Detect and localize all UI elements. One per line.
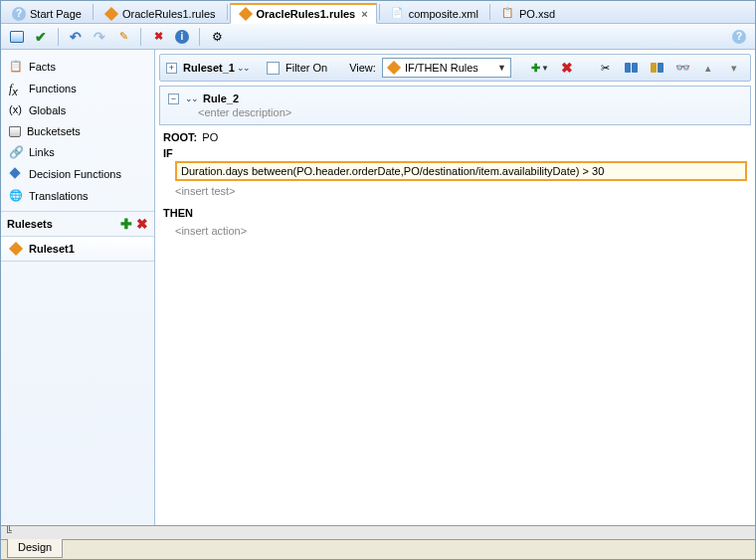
translations-icon: 🌐 (9, 189, 23, 203)
insert-action[interactable]: <insert action> (175, 225, 747, 237)
diamond-icon (239, 7, 253, 21)
validate-button[interactable]: ✔ (31, 27, 51, 47)
tab-composite-xml[interactable]: 📄 composite.xml (382, 3, 487, 24)
add-rule-button[interactable]: ✚ ▼ (531, 62, 549, 75)
xml-icon: 📄 (391, 7, 405, 21)
help-icon: ? (12, 7, 26, 21)
tab-separator (227, 4, 228, 20)
view-select[interactable]: IF/THEN Rules ▼ (382, 58, 511, 78)
condition-row[interactable]: Duration.days between(PO.header.orderDat… (175, 161, 747, 181)
sidebar-item-label: Functions (29, 83, 77, 94)
copy-icon (625, 63, 638, 73)
diamond-icon (9, 242, 23, 256)
rulesets-header: Rulesets ✚ ✖ (1, 211, 154, 236)
undo-icon: ↶ (70, 29, 82, 45)
sidebar: 📋 Facts fx Functions (x) Globals Buckets… (1, 50, 155, 525)
sidebar-item-label: Translations (29, 190, 89, 202)
bottom-tabs: Design (1, 539, 755, 559)
tab-label: OracleRules1.rules (122, 8, 216, 20)
info-button[interactable]: i (172, 27, 192, 47)
dictionary-button[interactable] (7, 27, 27, 47)
link-icon: 🔗 (9, 145, 23, 159)
sidebar-item-label: Decision Functions (29, 168, 121, 180)
sidebar-item-globals[interactable]: (x) Globals (1, 99, 154, 121)
main-toolbar: ✔ ↶ ↷ ✎ ✖ i ⚙ ? (1, 24, 755, 50)
tab-oraclerules1-active[interactable]: OracleRules1.rules × (230, 3, 377, 24)
toolbar-separator (140, 28, 141, 46)
filter-checkbox[interactable] (267, 62, 280, 75)
sidebar-item-links[interactable]: 🔗 Links (1, 141, 154, 163)
view-value: IF/THEN Rules (405, 62, 478, 74)
globals-icon: (x) (9, 103, 23, 117)
delete-icon: ✖ (154, 30, 163, 43)
sidebar-item-facts[interactable]: 📋 Facts (1, 56, 154, 78)
if-label: IF (163, 147, 747, 159)
tab-label: composite.xml (409, 8, 478, 20)
chevron-down-icon: ▾ (731, 62, 737, 75)
ruleset-item[interactable]: Ruleset1 (1, 236, 154, 262)
copy-button[interactable] (621, 58, 641, 78)
xsd-icon: 📋 (501, 7, 515, 21)
redo-icon: ↷ (94, 29, 105, 45)
rule-description[interactable]: <enter description> (198, 106, 742, 118)
diamond-icon (104, 7, 118, 21)
gear-icon: ⚙ (212, 30, 223, 44)
view-label: View: (349, 62, 376, 74)
sidebar-item-functions[interactable]: fx Functions (1, 78, 154, 99)
edit-button[interactable]: ✎ (113, 27, 133, 47)
tab-start-page[interactable]: ? Start Page (3, 3, 91, 24)
expand-button[interactable]: + (166, 63, 177, 74)
glasses-icon: 👓 (675, 61, 690, 75)
settings-button[interactable]: ⚙ (207, 27, 227, 47)
edit-icon: ✎ (119, 30, 128, 43)
then-label: THEN (163, 207, 747, 219)
sidebar-item-bucketsets[interactable]: Bucketsets (1, 121, 154, 141)
fx-icon: fx (9, 82, 23, 95)
check-icon: ✔ (35, 29, 47, 45)
delete-button[interactable]: ✖ (148, 27, 168, 47)
tab-separator (489, 4, 490, 20)
sidebar-item-label: Facts (29, 61, 56, 73)
main-panel: + Ruleset_1 ⌄⌄ Filter On View: IF/THEN R… (155, 50, 755, 525)
move-down-button[interactable]: ▾ (724, 58, 744, 78)
ruleset-dropdown[interactable]: Ruleset_1 ⌄⌄ (183, 62, 249, 74)
chevron-down-icon[interactable]: ⌄⌄ (185, 93, 197, 103)
design-tab[interactable]: Design (7, 539, 63, 558)
info-icon: i (175, 30, 189, 44)
sidebar-item-label: Globals (29, 104, 66, 116)
add-ruleset-button[interactable]: ✚ (120, 216, 132, 232)
help-button[interactable]: ? (729, 27, 749, 47)
tab-oraclerules1[interactable]: OracleRules1.rules (95, 3, 225, 24)
move-up-button[interactable]: ▴ (698, 58, 718, 78)
filter-label: Filter On (285, 62, 327, 74)
editor-tabs: ? Start Page OracleRules1.rules OracleRu… (1, 1, 755, 24)
chevron-down-icon: ▼ (497, 63, 506, 73)
tab-separator (93, 4, 94, 20)
close-icon[interactable]: × (361, 8, 367, 20)
root-value[interactable]: PO (202, 131, 218, 143)
collapse-button[interactable]: − (168, 93, 179, 104)
insert-test[interactable]: <insert test> (175, 185, 747, 197)
sidebar-item-decision-functions[interactable]: Decision Functions (1, 163, 154, 185)
sidebar-item-translations[interactable]: 🌐 Translations (1, 185, 154, 207)
delete-rule-button[interactable]: ✖ (561, 60, 573, 76)
toggle-view-button[interactable]: 👓 (672, 58, 692, 78)
status-strip: ╚ (1, 525, 755, 539)
scissors-icon: ✂ (601, 62, 610, 75)
decision-icon (9, 167, 23, 181)
bucket-icon (9, 126, 21, 137)
tab-label: Start Page (30, 8, 82, 20)
tab-separator (379, 4, 380, 20)
undo-button[interactable]: ↶ (66, 27, 86, 47)
tab-po-xsd[interactable]: 📋 PO.xsd (492, 3, 564, 24)
tab-label: OracleRules1.rules (257, 8, 356, 20)
cut-button[interactable]: ✂ (595, 58, 615, 78)
ruleset-toolbar: + Ruleset_1 ⌄⌄ Filter On View: IF/THEN R… (159, 54, 751, 82)
delete-ruleset-button[interactable]: ✖ (136, 216, 148, 232)
diamond-icon (387, 61, 401, 75)
paste-button[interactable] (647, 58, 666, 78)
rule-body: ROOT: PO IF Duration.days between(PO.hea… (159, 125, 751, 241)
ruleset-label: Ruleset1 (29, 243, 75, 255)
redo-button[interactable]: ↷ (90, 27, 109, 47)
root-label: ROOT: (163, 131, 197, 143)
